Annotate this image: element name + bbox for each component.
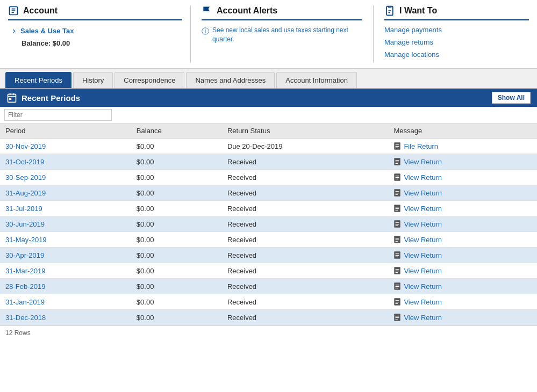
status-cell: Received bbox=[222, 185, 389, 201]
table-row: 30-Apr-2019$0.00ReceivedView Return bbox=[0, 248, 537, 263]
show-all-button[interactable]: Show All bbox=[492, 92, 531, 104]
period-cell: 31-Jan-2019 bbox=[0, 294, 131, 310]
message-cell: File Return bbox=[388, 139, 537, 154]
section-header-left: Recent Periods bbox=[6, 92, 80, 103]
document-icon bbox=[393, 313, 401, 322]
document-icon bbox=[393, 266, 401, 275]
message-cell: View Return bbox=[388, 310, 537, 325]
view-return-link[interactable]: View Return bbox=[393, 297, 532, 306]
tab-account-information[interactable]: Account Information bbox=[276, 72, 357, 88]
svg-rect-2 bbox=[8, 94, 16, 102]
tab-history[interactable]: History bbox=[73, 72, 113, 88]
iwantto-title: I Want To bbox=[384, 5, 529, 20]
period-cell: 30-Apr-2019 bbox=[0, 248, 131, 263]
table-row: 31-Jan-2019$0.00ReceivedView Return bbox=[0, 294, 537, 310]
manage-payments-link[interactable]: Manage payments bbox=[384, 26, 529, 34]
view-return-link[interactable]: View Return bbox=[393, 157, 532, 166]
chevron-right-icon bbox=[11, 28, 17, 34]
table-row: 30-Nov-2019$0.00Due 20-Dec-2019File Retu… bbox=[0, 139, 537, 154]
status-cell: Received bbox=[222, 248, 389, 263]
file-return-link[interactable]: File Return bbox=[393, 142, 532, 150]
message-cell: View Return bbox=[388, 185, 537, 201]
document-icon bbox=[393, 142, 401, 150]
balance-cell: $0.00 bbox=[131, 294, 222, 310]
tabs-bar: Recent Periods History Correspondence Na… bbox=[0, 69, 537, 89]
view-return-link[interactable]: View Return bbox=[393, 220, 532, 228]
period-link[interactable]: 30-Apr-2019 bbox=[5, 251, 44, 259]
status-cell: Received bbox=[222, 232, 389, 248]
message-cell: View Return bbox=[388, 263, 537, 279]
balance-cell: $0.00 bbox=[131, 232, 222, 248]
view-return-link[interactable]: View Return bbox=[393, 251, 532, 259]
tab-correspondence[interactable]: Correspondence bbox=[114, 72, 184, 88]
balance-cell: $0.00 bbox=[131, 139, 222, 154]
col-message: Message bbox=[388, 124, 537, 139]
message-cell: View Return bbox=[388, 170, 537, 185]
info-icon: ⓘ bbox=[202, 26, 209, 37]
account-title: Account bbox=[8, 5, 182, 20]
edit-icon bbox=[8, 5, 19, 16]
period-cell: 31-Mar-2019 bbox=[0, 263, 131, 279]
alerts-title: Account Alerts bbox=[202, 5, 362, 20]
message-cell: View Return bbox=[388, 154, 537, 170]
section-header: Recent Periods Show All bbox=[0, 89, 537, 107]
col-status: Return Status bbox=[222, 124, 389, 139]
col-balance: Balance bbox=[131, 124, 222, 139]
status-cell: Received bbox=[222, 216, 389, 232]
flag-icon bbox=[202, 5, 212, 16]
table-row: 31-Dec-2018$0.00ReceivedView Return bbox=[0, 310, 537, 325]
view-return-link[interactable]: View Return bbox=[393, 235, 532, 244]
period-cell: 31-May-2019 bbox=[0, 232, 131, 248]
balance-display: Balance: $0.00 bbox=[22, 39, 182, 47]
period-link[interactable]: 31-May-2019 bbox=[5, 236, 47, 244]
view-return-link[interactable]: View Return bbox=[393, 266, 532, 275]
table-row: 31-Mar-2019$0.00ReceivedView Return bbox=[0, 263, 537, 279]
period-link[interactable]: 31-Jan-2019 bbox=[5, 298, 45, 306]
tab-recent-periods[interactable]: Recent Periods bbox=[5, 72, 71, 88]
period-link[interactable]: 31-Dec-2018 bbox=[5, 314, 46, 322]
balance-cell: $0.00 bbox=[131, 185, 222, 201]
period-cell: 30-Jun-2019 bbox=[0, 216, 131, 232]
period-link[interactable]: 31-Mar-2019 bbox=[5, 267, 45, 275]
period-link[interactable]: 30-Jun-2019 bbox=[5, 220, 45, 228]
view-return-link[interactable]: View Return bbox=[393, 313, 532, 322]
table-row: 31-Jul-2019$0.00ReceivedView Return bbox=[0, 201, 537, 216]
document-icon bbox=[393, 157, 401, 166]
period-cell: 28-Feb-2019 bbox=[0, 279, 131, 294]
col-period: Period bbox=[0, 124, 131, 139]
sales-use-tax-item[interactable]: Sales & Use Tax bbox=[11, 27, 182, 35]
filter-input[interactable] bbox=[4, 109, 112, 121]
message-cell: View Return bbox=[388, 279, 537, 294]
view-return-link[interactable]: View Return bbox=[393, 204, 532, 213]
view-return-link[interactable]: View Return bbox=[393, 188, 532, 197]
period-link[interactable]: 31-Jul-2019 bbox=[5, 205, 42, 213]
document-icon bbox=[393, 204, 401, 213]
table-header-row: Period Balance Return Status Message bbox=[0, 124, 537, 139]
periods-table: Period Balance Return Status Message 30-… bbox=[0, 124, 537, 325]
period-link[interactable]: 31-Oct-2019 bbox=[5, 158, 44, 166]
alerts-panel: Account Alerts ⓘ See new local sales and… bbox=[191, 5, 374, 63]
period-cell: 30-Sep-2019 bbox=[0, 170, 131, 185]
status-cell: Received bbox=[222, 170, 389, 185]
period-link[interactable]: 30-Nov-2019 bbox=[5, 142, 46, 150]
period-link[interactable]: 30-Sep-2019 bbox=[5, 173, 46, 182]
message-cell: View Return bbox=[388, 201, 537, 216]
iwantto-panel: I Want To Manage payments Manage returns… bbox=[374, 5, 529, 63]
balance-cell: $0.00 bbox=[131, 279, 222, 294]
view-return-link[interactable]: View Return bbox=[393, 173, 532, 182]
document-icon bbox=[393, 235, 401, 244]
status-cell: Received bbox=[222, 294, 389, 310]
tab-names-addresses[interactable]: Names and Addresses bbox=[186, 72, 275, 88]
period-cell: 30-Nov-2019 bbox=[0, 139, 131, 154]
balance-cell: $0.00 bbox=[131, 216, 222, 232]
table-row: 30-Sep-2019$0.00ReceivedView Return bbox=[0, 170, 537, 185]
period-link[interactable]: 28-Feb-2019 bbox=[5, 282, 45, 291]
manage-locations-link[interactable]: Manage locations bbox=[384, 50, 529, 59]
view-return-link[interactable]: View Return bbox=[393, 282, 532, 291]
period-link[interactable]: 31-Aug-2019 bbox=[5, 189, 46, 197]
manage-returns-link[interactable]: Manage returns bbox=[384, 38, 529, 46]
top-section: Account Sales & Use Tax Balance: $0.00 A… bbox=[0, 0, 537, 69]
table-row: 31-Oct-2019$0.00ReceivedView Return bbox=[0, 154, 537, 170]
table-row: 30-Jun-2019$0.00ReceivedView Return bbox=[0, 216, 537, 232]
table-row: 28-Feb-2019$0.00ReceivedView Return bbox=[0, 279, 537, 294]
